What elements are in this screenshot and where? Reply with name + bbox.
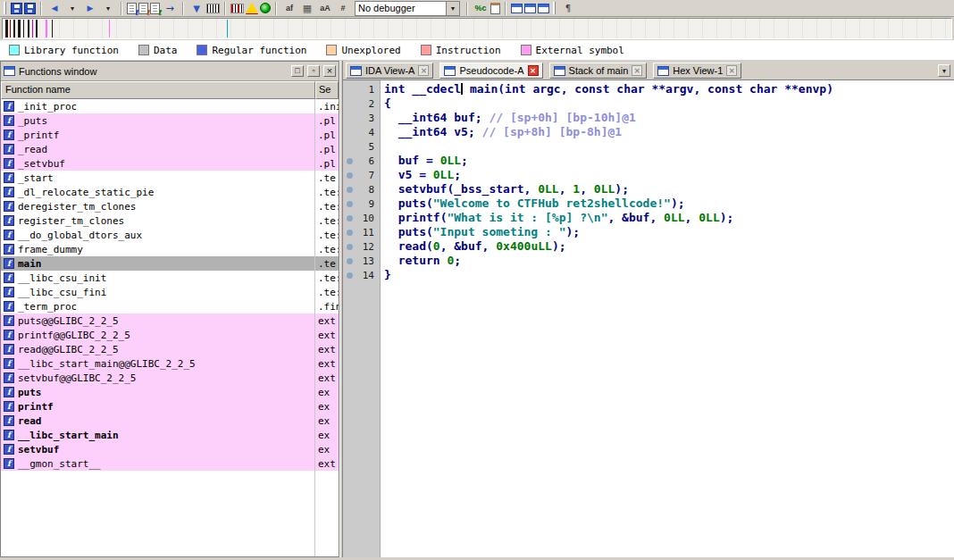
pseudocode-line[interactable]: 1int __cdecl main(int argc, const char *… [343, 82, 954, 96]
forward-icon[interactable]: ▶ [82, 1, 98, 15]
function-segment: ext [315, 330, 339, 341]
save-icon[interactable] [11, 3, 22, 14]
code-token: int [505, 82, 525, 96]
function-icon: f [4, 201, 14, 212]
function-row[interactable]: fframe_dummy.te: [1, 242, 339, 256]
segments-window-icon[interactable] [524, 4, 536, 13]
function-row[interactable]: fprintf@@GLIBC_2_2_5ext [1, 328, 339, 342]
ascii-icon[interactable]: aA [317, 1, 333, 15]
tab-hex-view-1[interactable]: Hex View-1 [653, 63, 741, 79]
run-analysis-icon[interactable] [260, 3, 271, 13]
column-header-segment[interactable]: Se [315, 81, 339, 99]
legend-item: Regular function [197, 45, 306, 56]
back-icon[interactable]: ◀ [46, 1, 63, 15]
format-string-icon[interactable]: %c [473, 1, 489, 15]
function-row[interactable]: fputsex [1, 385, 339, 399]
function-row[interactable]: fmain.te [1, 256, 339, 271]
function-row[interactable]: f__libc_csu_fini.te: [1, 285, 339, 299]
calculator-icon[interactable]: ▦ [299, 1, 315, 15]
pseudocode-line[interactable]: 2{ [343, 96, 954, 111]
profile-icon[interactable]: ¶ [560, 1, 576, 15]
function-row[interactable]: fderegister_tm_clones.te: [1, 199, 339, 213]
barcode-icon[interactable] [206, 4, 220, 13]
function-row[interactable]: f_read.pl [1, 142, 339, 156]
close-window-button[interactable] [323, 65, 336, 77]
line-number: 6 [368, 155, 380, 167]
jump-next-icon[interactable]: ▼ [188, 1, 205, 15]
function-row[interactable]: f__libc_csu_init.te: [1, 271, 339, 285]
function-row[interactable]: freadex [1, 414, 339, 428]
line-gutter: 10 [343, 211, 380, 225]
pseudocode-line[interactable]: 13 return 0; [343, 254, 954, 268]
pseudocode-line[interactable]: 5 [343, 139, 954, 154]
back-history-dropdown-icon[interactable]: ▾ [64, 1, 80, 15]
color-bars-icon[interactable] [230, 4, 244, 13]
column-header-function-name[interactable]: Function name [1, 81, 315, 99]
function-row[interactable]: f__libc_start_mainex [1, 428, 339, 442]
float-window-button[interactable] [291, 65, 304, 77]
function-row[interactable]: f_init_proc.ini [1, 99, 339, 113]
pseudocode-line[interactable]: 9 puts("Welcome to CTFHub ret2shellcode!… [343, 196, 954, 211]
function-row[interactable]: f_puts.pl [1, 113, 339, 128]
pseudocode-line[interactable]: 3 __int64 buf; // [sp+0h] [bp-10h]@1 [343, 111, 954, 125]
pseudocode-line[interactable]: 14} [343, 268, 954, 282]
function-row[interactable]: f_setvbuf.pl [1, 156, 339, 171]
text-export-icon[interactable] [150, 3, 160, 14]
window-list-button[interactable] [938, 64, 950, 77]
forward-history-dropdown-icon[interactable]: ▾ [100, 1, 116, 15]
desktop-windows-icon[interactable] [511, 4, 523, 13]
navigation-band[interactable] [2, 18, 952, 39]
function-row[interactable]: fregister_tm_clones.te: [1, 213, 339, 228]
pseudocode-line[interactable]: 6 buf = 0LL; [343, 154, 954, 168]
names-window-icon[interactable] [538, 4, 549, 13]
tab-ida-view-a[interactable]: IDA View-A [346, 63, 433, 79]
function-row[interactable]: f__do_global_dtors_aux.te: [1, 228, 339, 242]
line-number: 4 [368, 127, 380, 138]
code-token: return [398, 254, 440, 267]
function-row[interactable]: fsetvbuf@@GLIBC_2_2_5ext [1, 371, 339, 385]
function-row[interactable]: fread@@GLIBC_2_2_5ext [1, 342, 339, 356]
pseudocode-line[interactable]: 8 setvbuf(_bss_start, 0LL, 1, 0LL); [343, 182, 954, 196]
text-copy-icon[interactable] [138, 3, 148, 14]
pseudocode-line[interactable]: 11 puts("Input someting : "); [343, 225, 954, 239]
function-row[interactable]: f_term_proc.fin [1, 299, 339, 313]
line-gutter: 9 [343, 196, 380, 211]
pseudocode-line[interactable]: 12 read(0, &buf, 0x400uLL); [343, 239, 954, 254]
pseudocode-line[interactable]: 4 __int64 v5; // [sp+8h] [bp-8h]@1 [343, 125, 954, 139]
analysis-options-icon[interactable]: af [281, 1, 297, 15]
tab-close-button[interactable] [726, 65, 737, 76]
code-text: int __cdecl main(int argc, const char **… [380, 82, 833, 96]
code-token: ); [552, 239, 566, 253]
pin-window-button[interactable] [307, 65, 320, 77]
line-number: 7 [368, 170, 380, 181]
function-row[interactable]: f_printf.pl [1, 128, 339, 142]
functions-window-titlebar[interactable]: Functions window [1, 62, 339, 81]
debugger-selector[interactable]: No debugger [355, 1, 460, 16]
dropdown-arrow-icon[interactable] [446, 2, 459, 15]
function-icon: f [4, 172, 14, 183]
symbols-icon[interactable]: # [335, 1, 351, 15]
code-token: ); [566, 225, 581, 238]
tab-close-button[interactable] [418, 65, 429, 76]
jump-icon[interactable]: → [162, 1, 178, 15]
tab-pseudocode-a[interactable]: Pseudocode-A [439, 63, 542, 79]
function-row[interactable]: fsetvbufex [1, 442, 339, 456]
tab-close-button[interactable] [528, 65, 539, 76]
pseudocode-line[interactable]: 10 printf("What is it : [%p] ?\n", &buf,… [343, 211, 954, 225]
function-row[interactable]: f__gmon_start__ext [1, 456, 339, 471]
save-database-icon[interactable] [24, 3, 36, 14]
function-row[interactable]: fprintfex [1, 399, 339, 414]
warning-icon[interactable] [246, 3, 258, 13]
function-icon: f [4, 144, 14, 155]
tab-stack-of-main[interactable]: Stack of main [549, 63, 648, 79]
function-row[interactable]: f__libc_start_main@@GLIBC_2_2_5ext [1, 356, 339, 371]
code-text: buf = 0LL; [380, 154, 468, 168]
function-row[interactable]: fputs@@GLIBC_2_2_5ext [1, 313, 339, 328]
function-row[interactable]: f_dl_relocate_static_pie.te: [1, 185, 339, 199]
paste-icon[interactable] [490, 3, 500, 14]
text-view-icon[interactable] [127, 3, 137, 14]
function-name: __libc_csu_fini [18, 287, 315, 298]
pseudocode-line[interactable]: 7 v5 = 0LL; [343, 168, 954, 182]
function-row[interactable]: f_start.te [1, 171, 339, 185]
tab-close-button[interactable] [632, 65, 642, 76]
